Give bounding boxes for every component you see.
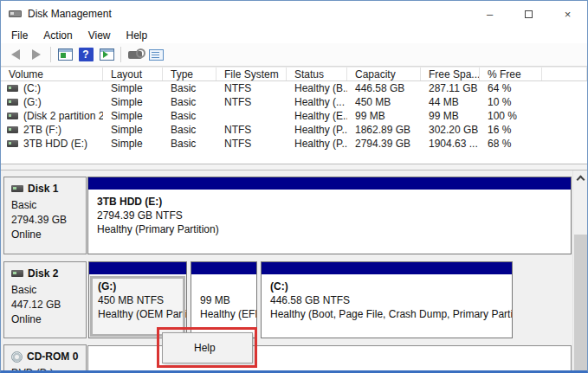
disk-size: 447.12 GB bbox=[11, 298, 86, 312]
table-row[interactable]: 2TB (F:) Simple Basic NTFS Healthy (P...… bbox=[1, 123, 587, 137]
volume-icon bbox=[7, 140, 18, 147]
table-row[interactable]: (Disk 2 partition 2) Simple Basic Health… bbox=[1, 109, 587, 123]
disk-media: DVD (D:) bbox=[11, 366, 86, 371]
app-icon bbox=[9, 9, 22, 19]
device-tool-button[interactable] bbox=[125, 45, 145, 64]
device-tool-icon bbox=[128, 51, 142, 59]
close-button[interactable]: × bbox=[548, 1, 587, 27]
maximize-button[interactable] bbox=[509, 1, 548, 27]
volume-icon bbox=[7, 113, 18, 119]
window-title: Disk Management bbox=[28, 8, 112, 20]
partition-color-band bbox=[262, 262, 512, 275]
volume-name: (Disk 2 partition 2) bbox=[23, 110, 103, 122]
disk-status: Online bbox=[11, 312, 86, 327]
cdrom-region[interactable] bbox=[87, 345, 572, 371]
column-header-capacity[interactable]: Capacity bbox=[347, 68, 421, 80]
column-header-layout[interactable]: Layout bbox=[103, 68, 163, 80]
partition-title bbox=[200, 280, 256, 293]
help-icon: ? bbox=[79, 48, 94, 61]
partition-title: (G:) bbox=[98, 280, 186, 293]
maximize-icon bbox=[525, 10, 533, 18]
console-tree-icon bbox=[58, 48, 73, 61]
volume-icon bbox=[7, 126, 18, 133]
context-menu-item-help[interactable]: Help bbox=[163, 342, 216, 354]
properties-button[interactable] bbox=[145, 45, 166, 64]
partition-color-band bbox=[88, 177, 571, 190]
partition-status-line: Healthy (Primary Partition) bbox=[97, 222, 571, 236]
partition-size-line: 2794.39 GB NTFS bbox=[97, 209, 571, 222]
menubar: File Action View Help bbox=[1, 27, 587, 43]
chevron-up-icon bbox=[576, 175, 585, 183]
volume-icon bbox=[7, 85, 18, 92]
properties-icon bbox=[149, 49, 164, 61]
partition-size-line: 99 MB bbox=[200, 293, 256, 307]
titlebar: Disk Management – × bbox=[1, 1, 587, 27]
partition-status-line: Healthy (EFI Syst bbox=[200, 307, 256, 321]
menu-action[interactable]: Action bbox=[36, 28, 80, 43]
table-row[interactable]: 3TB HDD (E:) Simple Basic NTFS Healthy (… bbox=[1, 137, 587, 151]
toolbar-separator bbox=[120, 47, 121, 62]
volume-list-header: Volume Layout Type File System Status Ca… bbox=[1, 67, 587, 81]
disk-management-window: Disk Management – × File Action View Hel… bbox=[0, 0, 588, 373]
forward-button[interactable] bbox=[26, 45, 47, 64]
disk-type: Basic bbox=[11, 198, 86, 213]
column-header-empty bbox=[542, 68, 587, 80]
volume-name: 2TB (F:) bbox=[23, 124, 61, 136]
column-header-type[interactable]: Type bbox=[163, 68, 216, 80]
partition-color-band bbox=[191, 262, 256, 275]
disk-name: Disk 2 bbox=[28, 267, 58, 280]
graphical-view: Disk 1 Basic 2794.39 GB Online 3TB HDD (… bbox=[1, 170, 587, 371]
pane-splitter[interactable] bbox=[1, 164, 587, 170]
disk2-label[interactable]: Disk 2 Basic 447.12 GB Online bbox=[3, 261, 87, 338]
column-header-volume[interactable]: Volume bbox=[1, 68, 103, 80]
scroll-up-button[interactable] bbox=[573, 170, 587, 184]
disk-icon bbox=[11, 185, 23, 192]
volume-name: 3TB HDD (E:) bbox=[23, 138, 87, 150]
back-icon bbox=[11, 49, 20, 60]
disk-name: Disk 1 bbox=[28, 183, 58, 195]
menu-file[interactable]: File bbox=[3, 28, 36, 43]
partition-status-line: Healthy (OEM Partition bbox=[98, 307, 186, 321]
volume-name: (G:) bbox=[23, 96, 42, 108]
partition-c[interactable]: (C:) 446.58 GB NTFS Healthy (Boot, Page … bbox=[261, 261, 513, 338]
volume-icon bbox=[7, 99, 18, 106]
forward-icon bbox=[32, 49, 41, 60]
minimize-button[interactable]: – bbox=[470, 1, 509, 27]
disk-name: CD-ROM 0 bbox=[27, 350, 78, 363]
window-controls: – × bbox=[470, 1, 587, 27]
column-header-status[interactable]: Status bbox=[287, 68, 347, 80]
column-header-pct-free[interactable]: % Free bbox=[480, 68, 542, 80]
volume-list: Volume Layout Type File System Status Ca… bbox=[1, 67, 587, 164]
volume-name: (C:) bbox=[23, 82, 41, 94]
partition-title: (C:) bbox=[270, 280, 512, 293]
cd-icon bbox=[11, 351, 23, 363]
cdrom-label[interactable]: CD-ROM 0 DVD (D:) bbox=[3, 344, 87, 371]
back-button[interactable] bbox=[5, 45, 26, 64]
toolbar: ? bbox=[1, 43, 587, 67]
disk-status: Online bbox=[11, 228, 86, 242]
partition-3tb-hdd-e[interactable]: 3TB HDD (E:) 2794.39 GB NTFS Healthy (Pr… bbox=[87, 177, 572, 254]
disk-icon bbox=[11, 270, 23, 277]
help-button[interactable]: ? bbox=[75, 45, 96, 64]
partition-color-band bbox=[89, 262, 186, 275]
disk-size: 2794.39 GB bbox=[11, 213, 86, 228]
menu-view[interactable]: View bbox=[81, 28, 119, 43]
partition-size-line: 446.58 GB NTFS bbox=[270, 293, 512, 307]
partition-g[interactable]: (G:) 450 MB NTFS Healthy (OEM Partition bbox=[88, 261, 187, 338]
scrollbar-thumb[interactable] bbox=[574, 235, 587, 371]
vertical-scrollbar[interactable] bbox=[572, 170, 587, 371]
toolbar-separator bbox=[50, 47, 51, 62]
disk-type: Basic bbox=[11, 283, 86, 298]
disk1-label[interactable]: Disk 1 Basic 2794.39 GB Online bbox=[3, 177, 87, 254]
table-row[interactable]: (G:) Simple Basic NTFS Healthy (... 450 … bbox=[1, 95, 587, 109]
action-pane-icon bbox=[100, 48, 114, 61]
show-console-tree-button[interactable] bbox=[55, 45, 75, 64]
partition-status-line: Healthy (Boot, Page File, Crash Dump, Pr… bbox=[270, 307, 512, 321]
menu-help[interactable]: Help bbox=[119, 28, 156, 43]
partition-efi[interactable]: 99 MB Healthy (EFI Syst bbox=[191, 261, 257, 338]
table-row[interactable]: (C:) Simple Basic NTFS Healthy (B... 446… bbox=[1, 81, 587, 95]
show-action-pane-button[interactable] bbox=[96, 45, 117, 64]
column-header-free-space[interactable]: Free Spa... bbox=[421, 68, 480, 80]
partition-title: 3TB HDD (E:) bbox=[97, 195, 571, 209]
column-header-file-system[interactable]: File System bbox=[216, 68, 287, 80]
